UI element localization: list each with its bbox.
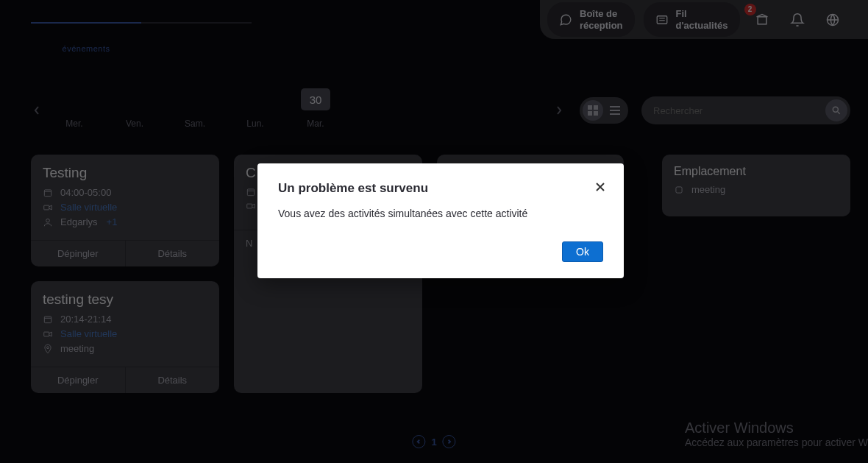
error-modal: Un problème est survenu Vous avez des ac… — [257, 163, 624, 278]
modal-title: Un problème est survenu — [278, 181, 603, 196]
modal-close-button[interactable] — [591, 178, 609, 196]
modal-body: Vous avez des activités simultanées avec… — [257, 203, 624, 234]
close-icon — [595, 182, 605, 192]
modal-ok-button[interactable]: Ok — [562, 241, 603, 262]
